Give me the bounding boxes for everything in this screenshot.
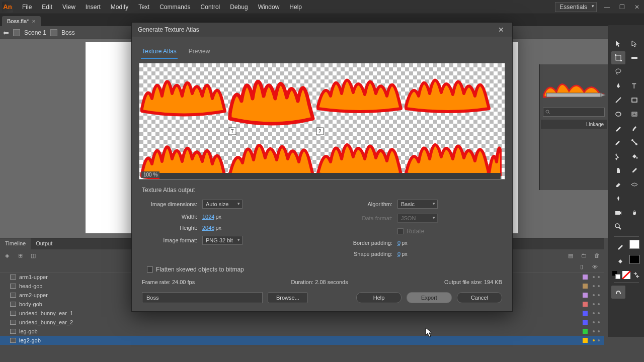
layer-row[interactable]: leg2-gob	[0, 336, 604, 345]
help-button[interactable]: Help	[356, 292, 401, 303]
menu-file[interactable]: File	[17, 2, 37, 13]
free-transform-tool-icon[interactable]	[611, 51, 625, 64]
generate-texture-atlas-dialog: Generate Texture Atlas ✕ Texture Atlas P…	[131, 22, 513, 312]
eraser-tool-icon[interactable]	[611, 178, 625, 191]
atlas-sprites: 7 2	[139, 63, 502, 179]
layer-row[interactable]: leg-gob	[0, 327, 604, 336]
swap-colors-icon[interactable]	[632, 271, 640, 279]
menu-modify[interactable]: Modify	[106, 2, 133, 13]
stroke-color-icon[interactable]	[613, 240, 627, 253]
menu-commands[interactable]: Commands	[154, 2, 195, 13]
output-size-info: Output file size: 194 KB	[444, 279, 502, 285]
layer-name: leg2-gob	[19, 337, 41, 343]
layer-tree-icon[interactable]: ⊞	[16, 251, 24, 259]
output-path-input[interactable]: Boss	[142, 292, 263, 303]
maximize-icon[interactable]: ❐	[617, 3, 627, 11]
new-layer-icon[interactable]: ▤	[567, 251, 575, 259]
menu-view[interactable]: View	[57, 2, 80, 13]
visibility-column-icon[interactable]: 👁	[591, 263, 599, 271]
layer-icon	[10, 329, 16, 334]
line-tool-icon[interactable]	[611, 94, 625, 107]
fill-color-icon[interactable]	[613, 255, 627, 268]
close-window-icon[interactable]: ✕	[632, 3, 642, 11]
camera-tool-icon[interactable]	[611, 206, 625, 219]
default-colors-icon[interactable]	[612, 271, 620, 279]
tab-preview[interactable]: Preview	[188, 46, 211, 59]
menu-text[interactable]: Text	[133, 2, 154, 13]
close-dialog-icon[interactable]: ✕	[496, 25, 506, 35]
tab-timeline[interactable]: Timeline	[0, 238, 31, 249]
paint-brush-tool-icon[interactable]	[611, 136, 625, 149]
menu-insert[interactable]: Insert	[80, 2, 106, 13]
close-tab-icon[interactable]: ✕	[32, 19, 36, 24]
menu-control[interactable]: Control	[196, 2, 225, 13]
menu-help[interactable]: Help	[284, 2, 307, 13]
snap-to-object-icon[interactable]	[611, 286, 625, 299]
width-tool-icon[interactable]	[627, 178, 641, 191]
svg-rect-21	[615, 211, 620, 215]
lock-column-icon[interactable]: ▯	[578, 263, 586, 271]
brush-tool-icon[interactable]	[627, 122, 641, 135]
browse-button[interactable]: Browse...	[268, 292, 308, 303]
selection-tool-icon[interactable]	[611, 37, 625, 50]
layer-row[interactable]: undead_bunny_ear_2	[0, 318, 604, 327]
zoom-tool-icon[interactable]	[611, 220, 625, 233]
width-unit: px	[215, 214, 221, 220]
lasso-tool-icon[interactable]	[611, 65, 625, 78]
symbol-name[interactable]: Boss	[61, 29, 75, 36]
magic-wand-tool-icon[interactable]	[627, 65, 641, 78]
algorithm-select[interactable]: Basic	[397, 200, 438, 209]
pen-tool-icon[interactable]	[611, 79, 625, 93]
menu-debug[interactable]: Debug	[225, 2, 253, 13]
layer-color-swatch	[583, 275, 588, 280]
bone-tool-icon[interactable]	[627, 136, 641, 149]
svg-line-10	[616, 98, 621, 103]
flatten-checkbox[interactable]	[147, 266, 153, 273]
svg-line-3	[548, 113, 550, 114]
scene-name[interactable]: Scene 1	[24, 29, 46, 36]
stroke-color-swatch[interactable]	[629, 240, 639, 249]
keyframe-icon[interactable]: ◈	[3, 251, 11, 259]
gradient-tool-icon[interactable]	[627, 51, 641, 64]
no-color-icon[interactable]	[622, 271, 630, 279]
height-value[interactable]: 2048	[202, 225, 214, 231]
paint-bucket-tool-icon[interactable]	[627, 150, 641, 163]
image-format-select[interactable]: PNG 32 bit	[202, 236, 243, 245]
image-dimensions-select[interactable]: Auto size	[202, 200, 243, 209]
bind-tool-icon[interactable]	[611, 150, 625, 163]
hand-tool-icon[interactable]	[627, 206, 641, 219]
border-padding-value[interactable]: 0	[397, 240, 400, 246]
tab-texture-atlas[interactable]: Texture Atlas	[141, 46, 178, 59]
eyedropper-tool-icon[interactable]	[627, 164, 641, 177]
pencil-tool-icon[interactable]	[611, 122, 625, 135]
subselection-tool-icon[interactable]	[627, 37, 641, 50]
cancel-button[interactable]: Cancel	[457, 292, 502, 303]
pin-tool-icon[interactable]	[611, 192, 625, 205]
text-tool-icon[interactable]: T	[627, 79, 641, 93]
dialog-title-bar[interactable]: Generate Texture Atlas ✕	[132, 23, 512, 37]
tab-output[interactable]: Output	[31, 238, 57, 249]
rectangle-tool-icon[interactable]	[627, 94, 641, 107]
ink-bottle-tool-icon[interactable]	[611, 164, 625, 177]
horizontal-scrollbar[interactable]	[159, 173, 501, 179]
back-arrow-icon[interactable]: ⬅	[3, 29, 9, 37]
delete-layer-icon[interactable]: 🗑	[593, 251, 601, 259]
minimize-icon[interactable]: —	[602, 3, 612, 11]
new-folder-icon[interactable]: 🗀	[580, 251, 588, 259]
onion-skin-icon[interactable]: ◫	[29, 251, 37, 259]
layer-name: leg-gob	[19, 328, 38, 334]
workspace-dropdown[interactable]: Essentials	[555, 2, 597, 12]
width-value[interactable]: 1024	[202, 214, 214, 220]
atlas-preview-area[interactable]: 7 2	[139, 63, 505, 179]
shape-padding-value[interactable]: 0	[397, 251, 400, 257]
linkage-header[interactable]: Linkage	[541, 120, 607, 129]
export-button[interactable]: Export	[407, 292, 452, 303]
document-tab[interactable]: Boss.fla* ✕	[2, 16, 41, 26]
svg-rect-5	[615, 54, 616, 56]
library-search[interactable]	[543, 108, 605, 117]
menu-window[interactable]: Window	[253, 2, 285, 13]
menu-edit[interactable]: Edit	[37, 2, 57, 13]
fill-color-swatch[interactable]	[629, 255, 639, 264]
polystar-tool-icon[interactable]	[627, 108, 641, 121]
oval-tool-icon[interactable]	[611, 108, 625, 121]
